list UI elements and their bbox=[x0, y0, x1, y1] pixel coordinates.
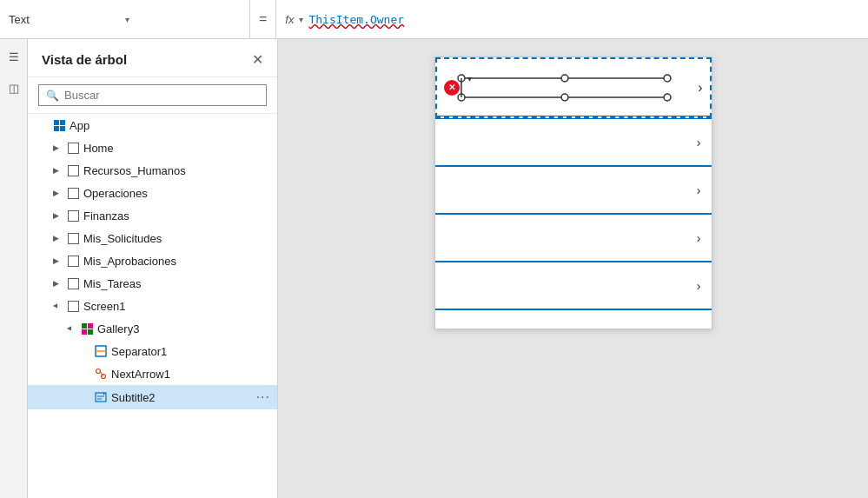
tree-label-subtitle2: Subtitle2 bbox=[111, 391, 253, 404]
tree-item-mis-tareas[interactable]: ▶ Mis_Tareas bbox=[28, 272, 277, 295]
context-menu-dots[interactable]: ··· bbox=[256, 389, 270, 405]
svg-text:▾: ▾ bbox=[467, 74, 472, 83]
tree-label-mis-tareas: Mis_Tareas bbox=[83, 277, 270, 290]
row-divider-4 bbox=[435, 309, 712, 309]
tree-item-finanzas[interactable]: ▶ Finanzas bbox=[28, 204, 277, 227]
screen-icon-solicitudes bbox=[66, 231, 80, 245]
tree-label-nextarrow1: NextArrow1 bbox=[111, 368, 270, 381]
left-icon-bar: ☰ ◫ bbox=[0, 39, 28, 498]
equals-sign: = bbox=[250, 0, 276, 38]
tree-chevron-aprobaciones: ▶ bbox=[49, 254, 63, 268]
tree-item-recursos-humanos[interactable]: ▶ Recursos_Humanos bbox=[28, 159, 277, 182]
tree-label-app: App bbox=[70, 119, 270, 132]
svg-point-11 bbox=[664, 75, 671, 82]
tree-chevron-nextarrow1 bbox=[76, 367, 90, 381]
tree-label-operaciones: Operaciones bbox=[83, 187, 270, 200]
row-arrow-3[interactable]: › bbox=[697, 231, 701, 245]
screen-icon-home bbox=[66, 141, 80, 155]
tree-label-mis-solicitudes: Mis_Solicitudes bbox=[83, 232, 270, 245]
tree-header: Vista de árbol ✕ bbox=[28, 39, 277, 77]
svg-point-13 bbox=[458, 94, 465, 101]
tree-panel-title: Vista de árbol bbox=[42, 52, 127, 67]
tree-item-nextarrow1[interactable]: NextArrow1 bbox=[28, 362, 277, 385]
gallery-icon bbox=[80, 322, 94, 335]
svg-point-9 bbox=[458, 75, 465, 82]
svg-point-15 bbox=[664, 94, 671, 101]
nextarrow-icon bbox=[94, 367, 108, 381]
screen-icon-aprobaciones bbox=[66, 254, 80, 268]
formula-expression[interactable]: ThisItem.Owner bbox=[308, 13, 404, 26]
connector-lines: ▾ bbox=[437, 59, 710, 116]
tree-search-container: 🔍 bbox=[28, 77, 277, 114]
subtitle-icon bbox=[94, 390, 108, 404]
screen-icon-recursos bbox=[66, 163, 80, 177]
svg-point-2 bbox=[96, 369, 101, 374]
search-icon: 🔍 bbox=[46, 90, 59, 102]
tree-chevron-home: ▶ bbox=[49, 141, 63, 155]
tree-items-list: App ▶ Home ▶ Recursos_Humanos ▶ Operacio… bbox=[28, 114, 277, 498]
tree-chevron-separator1 bbox=[76, 344, 90, 358]
formula-fx-icon: fx bbox=[285, 13, 294, 26]
row-arrow-1[interactable]: › bbox=[697, 136, 701, 149]
tree-panel: Vista de árbol ✕ 🔍 App ▶ Home bbox=[28, 39, 278, 498]
tree-item-mis-solicitudes[interactable]: ▶ Mis_Solicitudes bbox=[28, 227, 277, 249]
phone-frame: ✕ bbox=[434, 56, 712, 329]
tree-item-gallery3[interactable]: ▼ Gallery3 bbox=[28, 317, 277, 340]
hamburger-icon[interactable]: ☰ bbox=[3, 46, 24, 67]
svg-point-10 bbox=[561, 75, 568, 82]
tree-item-operaciones[interactable]: ▶ Operaciones bbox=[28, 182, 277, 204]
gallery-row-4: › bbox=[435, 262, 712, 309]
property-dropdown-chevron: ▾ bbox=[125, 15, 242, 24]
next-arrow-button[interactable]: › bbox=[698, 80, 702, 96]
tree-chevron-app bbox=[35, 118, 49, 132]
row-arrow-4[interactable]: › bbox=[697, 279, 701, 293]
tree-chevron-gallery3: ▼ bbox=[63, 322, 76, 335]
layers-icon[interactable]: ◫ bbox=[3, 77, 24, 98]
main-content: ☰ ◫ Vista de árbol ✕ 🔍 App bbox=[0, 39, 868, 498]
tree-item-app[interactable]: App bbox=[28, 114, 277, 136]
gallery-selected-item[interactable]: ✕ bbox=[435, 57, 712, 118]
tree-chevron-subtitle2 bbox=[76, 390, 90, 404]
tree-chevron-tareas: ▶ bbox=[49, 276, 63, 290]
gallery-row-partial bbox=[435, 309, 712, 329]
tree-label-gallery3: Gallery3 bbox=[97, 322, 270, 335]
formula-chevron-icon: ▾ bbox=[299, 15, 303, 24]
canvas-area: ✕ bbox=[278, 39, 868, 498]
screen-icon-tareas bbox=[66, 276, 80, 290]
gallery-row-3: › bbox=[435, 214, 712, 262]
separator-icon bbox=[94, 344, 108, 358]
tree-label-screen1: Screen1 bbox=[83, 300, 270, 313]
svg-point-14 bbox=[561, 94, 568, 101]
gallery-row-1: › bbox=[435, 118, 712, 166]
tree-item-separator1[interactable]: Separator1 bbox=[28, 340, 277, 362]
tree-search-wrap: 🔍 bbox=[38, 84, 267, 106]
tree-chevron-screen1: ▼ bbox=[49, 299, 63, 313]
tree-close-button[interactable]: ✕ bbox=[252, 51, 263, 68]
tree-label-separator1: Separator1 bbox=[111, 345, 270, 358]
tree-item-mis-aprobaciones[interactable]: ▶ Mis_Aprobaciones bbox=[28, 249, 277, 272]
gallery-row-2: › bbox=[435, 166, 712, 214]
delete-button[interactable]: ✕ bbox=[444, 80, 460, 96]
tree-chevron-finanzas: ▶ bbox=[49, 209, 63, 222]
gallery-selected-inner: ✕ bbox=[437, 59, 710, 116]
screen-icon-operaciones bbox=[66, 186, 80, 200]
top-bar: Text ▾ = fx ▾ ThisItem.Owner bbox=[0, 0, 868, 39]
screen-icon-screen1 bbox=[66, 299, 80, 313]
tree-label-home: Home bbox=[83, 142, 270, 155]
tree-item-screen1[interactable]: ▼ Screen1 bbox=[28, 295, 277, 317]
tree-label-recursos-humanos: Recursos_Humanos bbox=[83, 164, 270, 177]
row-arrow-2[interactable]: › bbox=[697, 183, 701, 197]
tree-item-home[interactable]: ▶ Home bbox=[28, 136, 277, 159]
app-icon bbox=[52, 118, 66, 132]
tree-chevron-solicitudes: ▶ bbox=[49, 231, 63, 245]
property-dropdown[interactable]: Text ▾ bbox=[0, 0, 250, 38]
property-dropdown-label: Text bbox=[9, 13, 125, 26]
screen-icon-finanzas bbox=[66, 209, 80, 222]
tree-chevron-recursos: ▶ bbox=[49, 163, 63, 177]
tree-label-mis-aprobaciones: Mis_Aprobaciones bbox=[83, 255, 270, 268]
search-input[interactable] bbox=[64, 89, 259, 102]
tree-chevron-operaciones: ▶ bbox=[49, 186, 63, 200]
tree-label-finanzas: Finanzas bbox=[83, 209, 270, 222]
formula-bar: fx ▾ ThisItem.Owner bbox=[276, 13, 868, 26]
tree-item-subtitle2[interactable]: Subtitle2 ··· bbox=[28, 385, 277, 409]
